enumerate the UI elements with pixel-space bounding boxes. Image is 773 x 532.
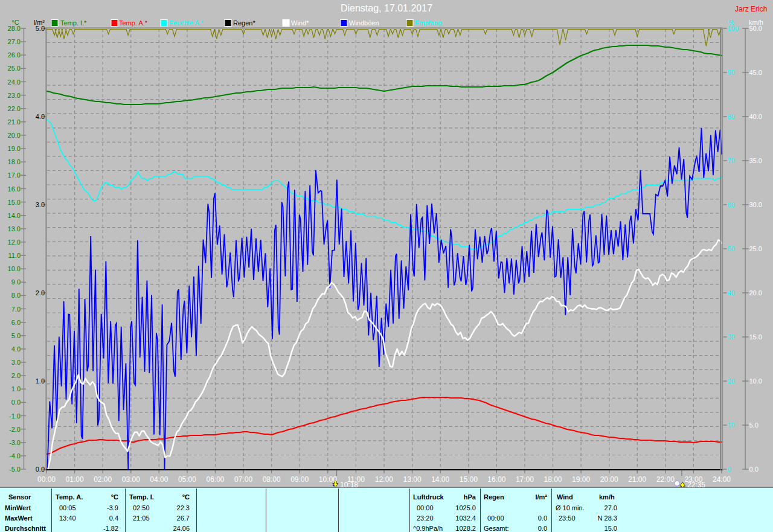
svg-text:10.0: 10.0 (749, 377, 762, 385)
svg-text:07:00: 07:00 (234, 475, 252, 484)
svg-text:10:00: 10:00 (319, 475, 337, 484)
svg-text:25.0: 25.0 (749, 245, 762, 252)
svg-text:15:00: 15:00 (460, 475, 478, 484)
svg-text:00:00: 00:00 (487, 514, 504, 522)
svg-text:22.3: 22.3 (177, 504, 190, 511)
svg-text:02:00: 02:00 (94, 475, 112, 484)
svg-text:18.0: 18.0 (8, 158, 21, 165)
svg-text:26.0: 26.0 (8, 51, 21, 59)
svg-text:09:00: 09:00 (290, 475, 309, 484)
svg-text:Gesamt:: Gesamt: (484, 525, 509, 532)
svg-text:21:05: 21:05 (133, 514, 150, 522)
svg-text:3.0: 3.0 (36, 201, 45, 208)
svg-text:10.0: 10.0 (8, 265, 21, 272)
svg-text:20.0: 20.0 (8, 132, 21, 139)
svg-text:Wind*: Wind* (291, 19, 309, 27)
svg-text:Jarz Erich: Jarz Erich (735, 5, 767, 13)
svg-text:02:50: 02:50 (133, 504, 150, 511)
svg-text:16:00: 16:00 (487, 475, 505, 484)
svg-text:0.0: 0.0 (749, 466, 759, 473)
svg-text:20.0: 20.0 (749, 289, 762, 296)
svg-text:22.0: 22.0 (8, 105, 21, 112)
svg-text:60: 60 (728, 201, 735, 208)
svg-text:30.0: 30.0 (749, 201, 762, 208)
svg-text:01:00: 01:00 (66, 475, 84, 484)
svg-text:19.0: 19.0 (8, 145, 21, 152)
svg-text:-1.82: -1.82 (103, 525, 118, 532)
svg-text:06:00: 06:00 (206, 475, 224, 484)
svg-text:35.0: 35.0 (749, 157, 762, 164)
svg-text:70: 70 (728, 157, 735, 164)
svg-text:Windböen: Windböen (349, 19, 379, 27)
svg-text:00:00: 00:00 (417, 504, 434, 511)
svg-text:Durchschnitt: Durchschnitt (5, 525, 46, 532)
svg-text:22:35: 22:35 (687, 481, 705, 489)
svg-text:1032.4: 1032.4 (455, 514, 476, 522)
svg-text:11.0: 11.0 (8, 252, 21, 259)
svg-text:0.0: 0.0 (11, 399, 21, 406)
svg-text:8.0: 8.0 (11, 292, 21, 299)
svg-text:-4.0: -4.0 (9, 452, 21, 460)
svg-text:1.0: 1.0 (36, 377, 45, 385)
svg-text:00:00: 00:00 (37, 475, 56, 484)
svg-text:18:00: 18:00 (544, 475, 562, 484)
svg-text:Wind: Wind (557, 493, 573, 501)
svg-text:20:00: 20:00 (600, 475, 618, 484)
svg-text:45.0: 45.0 (749, 69, 762, 76)
svg-text:08:00: 08:00 (263, 475, 281, 484)
svg-text:13.0: 13.0 (8, 225, 21, 232)
svg-text:4.0: 4.0 (11, 345, 21, 353)
svg-text:24.0: 24.0 (8, 79, 21, 86)
svg-text:Regen: Regen (484, 493, 504, 501)
svg-text:9.0: 9.0 (11, 278, 21, 286)
svg-text:0.0: 0.0 (36, 466, 45, 473)
svg-text:17:00: 17:00 (516, 475, 534, 484)
svg-text:Regen*: Regen* (233, 19, 255, 27)
svg-text:5.0: 5.0 (11, 332, 21, 339)
svg-text:05:00: 05:00 (178, 475, 196, 484)
svg-text:Ø 10 min.: Ø 10 min. (556, 504, 585, 511)
svg-text:1.0: 1.0 (11, 385, 21, 393)
svg-text:30: 30 (728, 333, 735, 341)
svg-text:0.4: 0.4 (109, 514, 118, 522)
svg-text:10: 10 (728, 421, 735, 429)
svg-text:15.0: 15.0 (749, 333, 762, 341)
svg-text:28.0: 28.0 (8, 25, 21, 32)
svg-text:Temp. I.: Temp. I. (129, 493, 154, 501)
svg-text:23:20: 23:20 (417, 514, 434, 522)
svg-text:Temp. I.*: Temp. I.* (60, 19, 87, 27)
svg-text:17.0: 17.0 (8, 171, 21, 179)
svg-text:MinWert: MinWert (5, 504, 31, 511)
svg-text:-3.9: -3.9 (107, 504, 118, 511)
svg-text:2.0: 2.0 (11, 372, 21, 379)
svg-text:5.0: 5.0 (749, 421, 759, 429)
svg-text:50.0: 50.0 (749, 25, 762, 32)
svg-text:km/h: km/h (599, 493, 615, 501)
svg-text:100: 100 (728, 25, 739, 32)
svg-text:Temp. A.*: Temp. A.* (119, 19, 148, 27)
svg-text:16.0: 16.0 (8, 185, 21, 193)
svg-text:l/m²: l/m² (535, 493, 547, 501)
svg-text:-5.0: -5.0 (9, 466, 21, 473)
svg-text:°C: °C (111, 493, 118, 501)
svg-text:27.0: 27.0 (605, 504, 617, 511)
svg-text:21:00: 21:00 (628, 475, 646, 484)
svg-text:21.0: 21.0 (8, 118, 21, 126)
svg-text:00:05: 00:05 (59, 504, 76, 511)
svg-text:^0.9hPa/h: ^0.9hPa/h (413, 525, 443, 532)
svg-text:26.7: 26.7 (177, 514, 190, 522)
svg-text:hPa: hPa (464, 493, 476, 501)
svg-text:14:00: 14:00 (431, 475, 449, 484)
svg-text:3.0: 3.0 (11, 359, 21, 366)
svg-text:2.0: 2.0 (36, 289, 45, 296)
svg-text:-2.0: -2.0 (9, 426, 21, 433)
svg-text:13:00: 13:00 (403, 475, 422, 484)
svg-text:Dienstag, 17.01.2017: Dienstag, 17.01.2017 (341, 3, 432, 13)
svg-text:12.0: 12.0 (8, 239, 21, 246)
svg-text:4.0: 4.0 (36, 113, 45, 120)
svg-text:22:00: 22:00 (656, 475, 675, 484)
svg-text:°C: °C (182, 493, 190, 501)
svg-text:20: 20 (728, 377, 735, 385)
svg-text:90: 90 (728, 69, 735, 76)
svg-text:04:00: 04:00 (150, 475, 168, 484)
